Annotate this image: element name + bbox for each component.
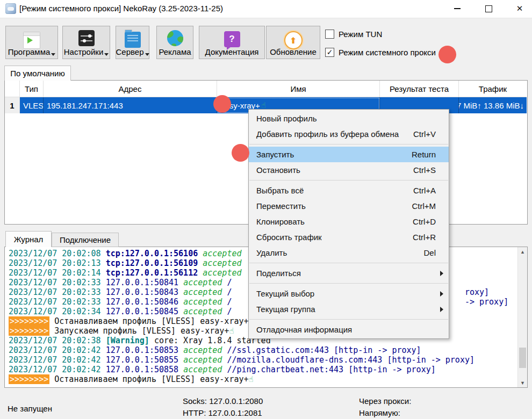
col-rownum[interactable] <box>5 81 20 97</box>
log-segment-url: -> proxy] <box>465 297 508 307</box>
menu-item[interactable]: ОстановитьCtrl+S <box>249 162 449 178</box>
log-segment-warn: [Warning] <box>106 336 149 345</box>
server-button-label: Сервер <box>116 47 144 56</box>
settings-button-label: Настройки <box>64 47 104 56</box>
log-segment-addr: 127.0.0.1:50855 <box>106 355 184 365</box>
menu-item[interactable]: Текущий выбор <box>249 286 449 301</box>
menu-item-label: Остановить <box>256 165 300 175</box>
row-type: VLESS <box>20 97 44 113</box>
context-menu: Новый профильДобавить профиль из буфера … <box>248 109 449 339</box>
update-button[interactable]: ⬆ Обновление <box>266 26 320 59</box>
menu-item-label: Сбросить трафик <box>256 233 322 242</box>
help-bubble-icon: ? <box>224 31 240 47</box>
log-segment-addr: 127.0.0.1:50846 <box>106 297 184 307</box>
menu-separator <box>249 180 448 180</box>
tab-connections[interactable]: Подключение <box>52 233 119 247</box>
settings-sliders-icon <box>78 30 95 46</box>
col-address[interactable]: Адрес <box>44 81 217 97</box>
menu-item[interactable]: КлонироватьCtrl+D <box>249 214 449 229</box>
log-segment-ok: accepted <box>183 297 222 307</box>
menu-item[interactable]: Новый профиль <box>249 111 449 126</box>
log-line: 2023/12/07 20:02:42 127.0.0.1:50855 acce… <box>9 355 516 365</box>
col-name[interactable]: Имя <box>217 81 380 97</box>
col-type[interactable]: Тип <box>20 81 44 97</box>
status-via-proxy: Через прокси: <box>359 396 411 406</box>
window-title: [Режим системного прокси] NekoRay (3.25-… <box>19 4 223 13</box>
log-segment-hand: ☝ <box>249 374 254 384</box>
log-segment-url: //mozilla.cloudflare-dns.com:443 [http-i… <box>222 355 475 365</box>
log-segment-badge: >>>>>>>> <box>9 326 49 336</box>
ads-button[interactable]: Реклама <box>156 26 193 59</box>
menu-item-label: Новый профиль <box>256 114 317 123</box>
log-segment-ok: accepted <box>203 258 241 268</box>
dropdown-arrow-icon <box>104 53 109 56</box>
app-window-icon <box>23 32 40 49</box>
window-maximize-button[interactable] <box>476 0 501 17</box>
log-segment-url: / <box>222 287 232 297</box>
menu-item-label: Текущая группа <box>256 305 315 314</box>
menu-item[interactable]: Выбрать всёCtrl+A <box>249 183 449 198</box>
log-segment-ok: accepted <box>183 278 222 287</box>
window-minimize-button[interactable] <box>445 0 470 17</box>
log-segment-ts: 2023/12/07 20:02:42 <box>9 345 106 355</box>
tab-default-group[interactable]: По умолчанию <box>4 66 71 81</box>
scrollbar-thumb[interactable] <box>519 348 526 368</box>
program-button[interactable]: Программа <box>5 26 58 59</box>
menu-item[interactable]: ПереместитьCtrl+M <box>249 198 449 214</box>
log-segment-badge: >>>>>>>> <box>9 374 49 384</box>
log-scrollbar[interactable]: ▲ ▼ <box>517 247 527 387</box>
annotation-dot-run-item <box>232 144 249 162</box>
window-close-button[interactable]: ✕ <box>507 0 532 17</box>
log-line: 2023/12/07 20:02:42 127.0.0.1:50858 acce… <box>9 365 516 374</box>
log-segment-tcpb: tcp:127.0.0.1:56106 <box>106 249 203 258</box>
documentation-button-label: Документация <box>205 47 259 57</box>
checkbox-checked-icon[interactable]: ✓ <box>325 48 334 57</box>
log-segment-ok: accepted <box>183 365 222 374</box>
menu-item[interactable]: Поделиться <box>249 265 449 281</box>
menu-item[interactable]: Добавить профиль из буфера обменаCtrl+V <box>249 126 449 142</box>
scroll-up-icon[interactable]: ▲ <box>518 247 527 256</box>
log-segment-txt: Запускаем профиль [VLESS] easy-xray+ <box>49 326 229 336</box>
log-segment-tcpb: tcp:127.0.0.1:56112 <box>106 268 203 278</box>
status-state: Не запущен <box>8 404 52 413</box>
status-direct: Напрямую: <box>359 408 400 417</box>
col-test-result[interactable]: Результат теста <box>380 81 459 97</box>
menu-separator <box>249 319 448 320</box>
log-segment-ts: 2023/12/07 20:02:33 <box>9 278 106 287</box>
log-segment-ts: 2023/12/07 20:02:34 <box>9 307 106 316</box>
menu-item[interactable]: Отладочная информация <box>249 322 449 337</box>
menu-item[interactable]: Текущая группа <box>249 301 449 317</box>
log-segment-badge: >>>>>>>> <box>9 316 49 326</box>
tab-log[interactable]: Журнал <box>5 231 52 247</box>
log-segment-url: / <box>222 297 232 307</box>
menu-separator <box>249 283 448 284</box>
scroll-down-icon[interactable]: ▼ <box>518 378 527 387</box>
settings-button[interactable]: Настройки <box>62 26 110 59</box>
menu-item[interactable]: Сбросить трафикCtrl+R <box>249 229 449 245</box>
menu-item[interactable]: ЗапуститьReturn <box>249 147 449 162</box>
log-segment-hand: ☝ <box>229 326 234 336</box>
menu-item-shortcut: Ctrl+A <box>413 186 441 195</box>
checkbox-unchecked-icon[interactable] <box>325 30 334 39</box>
log-segment-ok: accepted <box>183 307 222 316</box>
log-segment-addr: 127.0.0.1:50845 <box>106 307 184 316</box>
log-segment-url: //ping.chartbeat.net:443 [http-in -> pro… <box>222 365 435 374</box>
documentation-button[interactable]: ? Документация <box>199 26 265 59</box>
log-segment-addr: 127.0.0.1:50841 <box>106 278 184 287</box>
menu-item[interactable]: УдалитьDel <box>249 245 449 261</box>
menu-item-shortcut: Ctrl+R <box>413 233 441 242</box>
server-folder-icon <box>125 32 141 48</box>
tun-mode-checkbox[interactable]: Режим TUN <box>325 30 382 39</box>
log-segment-url: roxy] <box>465 287 489 297</box>
menu-item-shortcut: Del <box>423 248 441 257</box>
submenu-arrow-icon <box>440 307 443 312</box>
log-segment-ok: accepted <box>183 355 222 365</box>
system-proxy-checkbox[interactable]: ✓ Режим системного прокси <box>325 48 436 57</box>
server-button[interactable]: Сервер <box>116 26 149 59</box>
log-segment-ts: 2023/12/07 20:02:42 <box>9 365 106 374</box>
minimize-icon <box>454 8 461 9</box>
menu-item-label: Удалить <box>256 248 287 257</box>
menu-item-label: Текущий выбор <box>256 289 314 298</box>
submenu-arrow-icon <box>440 271 443 276</box>
col-traffic[interactable]: Трафик <box>459 81 527 97</box>
